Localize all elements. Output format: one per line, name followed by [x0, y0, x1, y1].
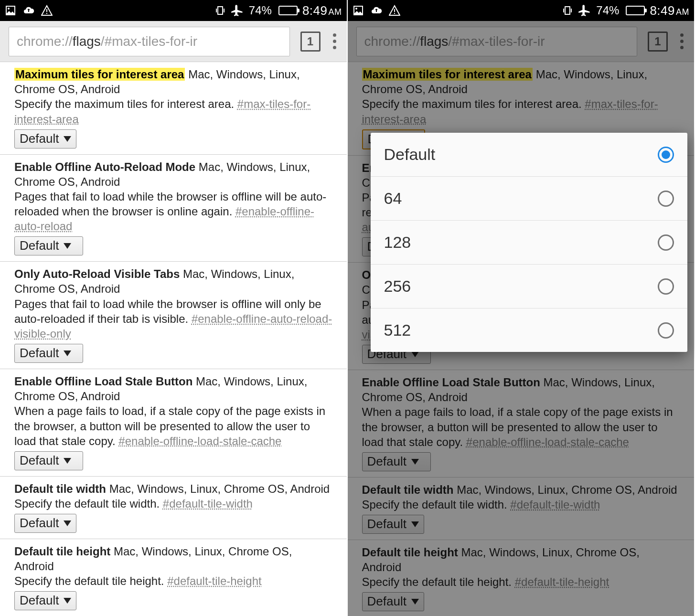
flag-select-value: Default [20, 238, 59, 254]
flag-title: Maximum tiles for interest area [14, 68, 185, 81]
flag-select[interactable]: Default [14, 451, 83, 470]
dropdown-arrow-icon [64, 243, 71, 249]
radio-icon [658, 147, 674, 163]
status-left [5, 5, 53, 16]
battery-pct: 74% [249, 4, 272, 17]
flag-select-value: Default [20, 593, 59, 609]
flag-description: Specify the maximum tiles for interest a… [14, 96, 332, 126]
dialog-option[interactable]: Default [371, 133, 688, 177]
battery-pct: 74% [596, 4, 619, 17]
airplane-icon [578, 4, 591, 17]
flag-select-value: Default [20, 131, 59, 147]
airplane-icon [231, 4, 244, 17]
vibrate-icon [562, 5, 573, 16]
url-host: flags [73, 34, 101, 49]
flag-description: Specify the default tile height. #defaul… [14, 574, 332, 588]
dropdown-arrow-icon [64, 350, 71, 356]
dialog-option[interactable]: 128 [371, 221, 688, 265]
svg-point-0 [8, 8, 10, 10]
dropdown-arrow-icon [64, 520, 71, 526]
flag-select-value: Default [20, 515, 59, 531]
dropdown-arrow-icon [64, 598, 71, 604]
dialog-option[interactable]: 512 [371, 308, 688, 352]
svg-rect-5 [394, 9, 395, 12]
flag-item: Maximum tiles for interest area Mac, Win… [0, 62, 347, 155]
url-input[interactable]: chrome://flags/#max-tiles-for-ir [9, 27, 290, 56]
flag-title: Default tile height [14, 545, 110, 558]
status-right: 74% 8:49AM [214, 3, 342, 18]
dialog-option-label: 128 [384, 233, 411, 252]
status-time: 8:49AM [302, 3, 342, 18]
svg-point-4 [355, 8, 357, 10]
url-path: /#max-tiles-for-ir [101, 34, 197, 49]
tab-count-button[interactable]: 1 [300, 32, 321, 52]
battery-icon [624, 6, 645, 15]
address-bar: chrome://flags/#max-tiles-for-ir 1 [0, 21, 347, 62]
svg-rect-3 [218, 7, 223, 14]
battery-icon [277, 6, 298, 15]
dropdown-arrow-icon [64, 136, 71, 142]
dialog-option[interactable]: 256 [371, 265, 688, 308]
right-pane: 74% 8:49AM chrome://flags/#max-tiles-for… [348, 0, 695, 616]
radio-icon [658, 191, 674, 207]
flag-select[interactable]: Default [14, 591, 76, 610]
flag-description: Specify the default tile width. #default… [14, 496, 332, 511]
flag-item: Default tile width Mac, Windows, Linux, … [0, 477, 347, 539]
flag-select[interactable]: Default [14, 129, 76, 149]
picture-icon [5, 5, 16, 16]
picture-icon [353, 5, 364, 16]
svg-rect-6 [394, 13, 395, 14]
dialog-option-label: Default [384, 145, 436, 164]
flag-select-value: Default [20, 453, 59, 469]
flag-title: Default tile width [14, 482, 106, 495]
radio-icon [658, 278, 674, 295]
cloud-upload-icon [23, 5, 34, 16]
status-bar: 74% 8:49AM [0, 0, 347, 21]
flag-anchor-link[interactable]: #default-tile-width [163, 497, 253, 510]
flag-select-value: Default [20, 345, 59, 361]
select-dialog: Default64128256512 [371, 133, 688, 352]
status-time: 8:49AM [650, 3, 689, 18]
radio-icon [658, 322, 674, 339]
flag-anchor-link[interactable]: #enable-offline-load-stale-cache [118, 435, 281, 447]
dropdown-arrow-icon [64, 458, 71, 464]
flag-description: Pages that fail to load while the browse… [14, 189, 332, 234]
svg-rect-1 [46, 9, 47, 12]
flag-item: Enable Offline Auto-Reload Mode Mac, Win… [0, 155, 347, 262]
flag-select[interactable]: Default [14, 344, 83, 363]
dialog-option[interactable]: 64 [371, 177, 688, 221]
flag-description: When a page fails to load, if a stale co… [14, 404, 332, 448]
warning-icon [41, 5, 53, 16]
dialog-option-label: 64 [384, 189, 402, 208]
flag-item: Enable Offline Load Stale Button Mac, Wi… [0, 369, 347, 477]
svg-rect-2 [46, 13, 47, 14]
svg-rect-7 [565, 7, 570, 14]
flag-select[interactable]: Default [14, 514, 76, 533]
flag-platforms: Mac, Windows, Linux, Chrome OS, Android [106, 482, 330, 495]
status-left [353, 5, 400, 16]
flag-item: Default tile height Mac, Windows, Linux,… [0, 539, 347, 616]
url-prefix: chrome:// [17, 34, 73, 49]
flags-list: Maximum tiles for interest area Mac, Win… [0, 62, 347, 616]
radio-icon [658, 234, 674, 251]
dialog-option-label: 256 [384, 277, 411, 296]
warning-icon [389, 5, 400, 16]
flag-description: Pages that fail to load while the browse… [14, 297, 332, 341]
status-bar: 74% 8:49AM [348, 0, 695, 21]
flag-select[interactable]: Default [14, 236, 83, 255]
flag-title: Only Auto-Reload Visible Tabs [14, 267, 180, 280]
vibrate-icon [214, 5, 226, 16]
dialog-option-label: 512 [384, 321, 411, 340]
cloud-upload-icon [371, 5, 382, 16]
flag-item: Only Auto-Reload Visible Tabs Mac, Windo… [0, 262, 347, 369]
flag-title: Enable Offline Auto-Reload Mode [14, 160, 195, 173]
flag-anchor-link[interactable]: #default-tile-height [167, 574, 261, 587]
left-pane: 74% 8:49AM chrome://flags/#max-tiles-for… [0, 0, 348, 616]
overflow-menu-button[interactable] [331, 32, 338, 51]
flag-title: Enable Offline Load Stale Button [14, 375, 192, 388]
status-right: 74% 8:49AM [562, 3, 689, 18]
